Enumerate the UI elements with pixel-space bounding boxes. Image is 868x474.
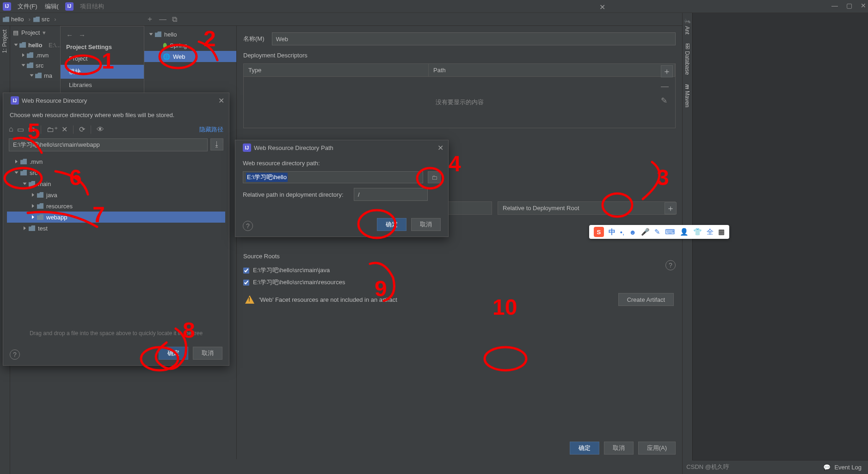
settings-project[interactable]: Project [61, 52, 144, 65]
help-icon[interactable]: ? [243, 221, 253, 231]
module-hello[interactable]: hello [164, 31, 177, 38]
remove-icon[interactable]: — [159, 15, 166, 24]
expand-icon[interactable] [32, 215, 34, 219]
tree-ma[interactable]: ma [44, 72, 52, 79]
ftree-main[interactable]: main [38, 181, 51, 187]
ime-keyboard-icon[interactable]: ⌨ [665, 228, 675, 236]
wrdp-rel-input[interactable] [354, 188, 428, 201]
warning-icon [245, 295, 254, 304]
add-icon[interactable]: ＋ [146, 14, 154, 24]
tab-database[interactable]: 🗄 Database [683, 39, 692, 80]
settings-libraries[interactable]: Libraries [61, 79, 144, 91]
close-icon[interactable]: ✕ [218, 96, 224, 105]
refresh-icon[interactable]: ⟳ [79, 125, 85, 134]
ftree-test[interactable]: test [38, 225, 48, 232]
history-icon[interactable]: ⭳ [210, 138, 223, 150]
close-icon[interactable]: ✕ [861, 2, 866, 9]
settings-modules[interactable]: 模块 [61, 65, 144, 79]
dd-edit-button[interactable]: ✎ [661, 96, 673, 106]
help-icon[interactable]: ? [665, 260, 676, 270]
webres-add-button[interactable]: ＋ [665, 202, 677, 214]
expand-icon[interactable] [32, 193, 34, 197]
tree-root[interactable]: hello [28, 42, 42, 49]
ime-skin-icon[interactable]: 👕 [693, 228, 702, 236]
project-view-label[interactable]: Project [21, 29, 40, 36]
ftree-java[interactable]: java [46, 192, 57, 199]
back-icon[interactable]: ← [66, 31, 73, 39]
ime-punct-icon[interactable]: •, [620, 228, 624, 236]
ime-lang[interactable]: 中 [609, 228, 616, 237]
help-icon[interactable]: ? [10, 349, 20, 360]
dd-add-button[interactable]: ＋ [661, 65, 673, 77]
minimize-icon[interactable]: — [831, 2, 838, 9]
hide-path-link[interactable]: 隐藏路径 [199, 125, 223, 134]
expand-icon[interactable] [30, 75, 34, 77]
expand-icon[interactable] [15, 172, 18, 174]
ftree-mvn[interactable]: .mvn [30, 158, 43, 165]
structure-apply-button[interactable]: 应用(A) [638, 442, 676, 455]
ime-handwrite-icon[interactable]: ✎ [654, 228, 660, 236]
create-artifact-button[interactable]: Create Artifact [618, 293, 674, 306]
new-folder-icon[interactable]: 🗀⁺ [47, 125, 58, 134]
ime-profile-icon[interactable]: 👤 [680, 228, 689, 236]
ftree-webapp[interactable]: webapp [46, 214, 68, 221]
close-icon[interactable]: ✕ [599, 3, 605, 12]
expand-icon[interactable] [23, 183, 27, 185]
facet-name-input[interactable] [272, 32, 676, 45]
chevron-down-icon[interactable]: ▾ [43, 29, 46, 36]
breadcrumb[interactable]: hello [0, 16, 26, 23]
facet-spring[interactable]: Spring [170, 42, 187, 49]
project-root-icon[interactable]: 🗀 [28, 125, 35, 134]
expand-icon[interactable] [149, 33, 153, 36]
tree-mvn[interactable]: .mvn [36, 52, 49, 59]
expand-icon[interactable] [15, 160, 18, 163]
sogou-icon[interactable]: S [594, 227, 604, 237]
tab-ant[interactable]: 🐜 Ant [683, 13, 692, 39]
dd-remove-button[interactable]: — [661, 82, 673, 91]
event-log-icon[interactable]: 💬 [823, 464, 831, 471]
breadcrumb[interactable]: src [31, 16, 52, 23]
tree-src[interactable]: src [36, 62, 43, 69]
ime-emoji-icon[interactable]: ☻ [629, 228, 636, 236]
menu-edit[interactable]: 编辑( [41, 0, 62, 12]
wrdp-ok-button[interactable]: 确定 [377, 218, 406, 231]
expand-icon[interactable] [22, 53, 25, 57]
wrd-ok-button[interactable]: 确定 [159, 347, 188, 360]
wrd-path-input[interactable] [9, 138, 208, 151]
menu-file[interactable]: 文件(F) [14, 0, 41, 12]
tab-project[interactable]: 1: Project [0, 26, 9, 57]
wrdp-cancel-button[interactable]: 取消 [411, 218, 441, 231]
ftree-resources[interactable]: resources [46, 203, 73, 210]
facet-web[interactable]: Web [173, 53, 185, 60]
wrd-subtitle: Choose web resource directory where web … [3, 108, 229, 122]
ime-voice-icon[interactable]: 🎤 [641, 228, 650, 236]
home-icon[interactable]: ⌂ [9, 125, 13, 134]
structure-cancel-button[interactable]: 取消 [604, 442, 634, 455]
ime-full-icon[interactable]: 全 [707, 228, 714, 237]
expand-icon[interactable] [24, 226, 26, 230]
tab-maven[interactable]: m Maven [683, 80, 692, 112]
wrdp-rel-label: Relative path in deployment directory: [243, 191, 349, 198]
expand-icon[interactable] [22, 64, 25, 67]
source-root-checkbox[interactable] [243, 280, 249, 286]
structure-ok-button[interactable]: 确定 [570, 442, 599, 455]
close-icon[interactable]: ✕ [437, 143, 443, 152]
folder-icon [29, 225, 35, 231]
delete-icon[interactable]: ✕ [62, 125, 68, 134]
browse-icon[interactable]: 🗀 [428, 171, 441, 183]
ftree-src[interactable]: src [30, 169, 37, 176]
expand-icon[interactable] [32, 204, 34, 208]
forward-icon: → [79, 31, 86, 39]
copy-icon[interactable]: ⧉ [172, 15, 177, 24]
event-log-link[interactable]: Event Log [834, 464, 862, 471]
ime-menu-icon[interactable]: ▦ [718, 228, 725, 236]
expand-icon[interactable] [14, 44, 18, 46]
deployment-descriptors-label: Deployment Descriptors [243, 52, 676, 59]
wrd-cancel-button[interactable]: 取消 [193, 347, 222, 360]
desktop-icon[interactable]: ▭ [17, 125, 24, 134]
wrdp-path-input[interactable]: E:\学习吧\hello [243, 171, 423, 183]
show-hidden-icon[interactable]: 👁 [97, 125, 104, 134]
source-root-checkbox[interactable] [243, 268, 249, 274]
folder-icon [20, 159, 27, 164]
maximize-icon[interactable]: ▢ [846, 2, 852, 9]
